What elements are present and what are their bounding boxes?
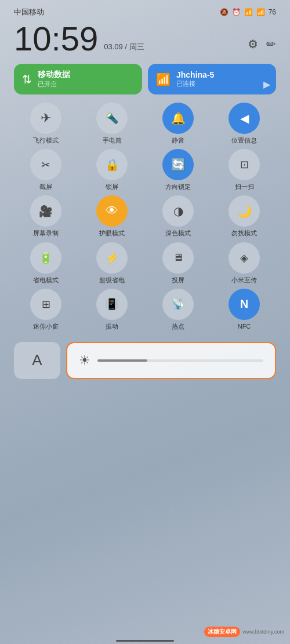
brightness-icon: ☀ [79,353,90,368]
mobile-data-toggle[interactable]: ⇅ 移动数据 已开启 [14,64,142,94]
scan-btn[interactable]: ⊡ [229,149,260,180]
rotation-btn[interactable]: 🔄 [162,149,194,180]
control-silent[interactable]: 🔔 静音 [146,103,210,144]
silent-label: 静音 [172,137,184,144]
wifi-toggle[interactable]: 📶 Jhchina-5 已连接 ▶ [148,64,276,94]
font-size-button[interactable]: A [14,342,60,379]
screenshot-btn[interactable]: ✂ [30,149,61,180]
hotspot-btn[interactable]: 📡 [162,289,194,320]
clock-date: 03.09 / 周三 [104,42,144,52]
powersave-btn[interactable]: 🔋 [30,242,61,274]
wifi-status: 已连接 [176,79,214,88]
screenrecord-label: 屏幕录制 [33,230,59,237]
alarm-icon: ⏰ [232,8,241,16]
xmitransfer-label: 小米互传 [231,276,257,284]
flashlight-btn[interactable]: 🔦 [96,103,128,134]
eyecare-label: 护眼模式 [99,230,125,237]
location-btn[interactable]: ◀ [229,103,260,134]
airplane-label: 飞行模式 [33,137,59,144]
vibrate-label: 振动 [106,323,118,330]
carrier-label: 中国移动 [14,7,44,17]
mobile-data-label: 移动数据 [38,70,70,80]
home-indicator[interactable] [116,640,174,642]
flashlight-label: 手电筒 [103,137,122,144]
clock-row: 10:59 03.09 / 周三 ⚙ ✏ [9,20,281,61]
battery-label: 76 [269,8,276,16]
wifi-arrow-icon: ▶ [263,79,270,90]
control-grid: ✈ 飞行模式 🔦 手电筒 🔔 静音 ◀ 位置信息 ✂ 截屏 🔒 [14,103,276,330]
nfc-btn[interactable]: N [229,289,260,320]
control-powersave[interactable]: 🔋 省电模式 [14,242,78,284]
control-lockscreen[interactable]: 🔒 锁屏 [80,149,144,191]
wifi-icon-toggle: 📶 [156,72,171,86]
quick-toggles-row: ⇅ 移动数据 已开启 📶 Jhchina-5 已连接 ▶ [9,61,281,100]
control-hotspot[interactable]: 📡 热点 [146,289,210,330]
clock-right-icons: ⚙ ✏ [248,37,276,56]
control-xmitransfer[interactable]: ◈ 小米互传 [212,242,276,284]
lockscreen-label: 锁屏 [106,183,118,191]
screenrecord-btn[interactable]: 🎥 [30,195,61,227]
watermark-badge: 冰糖安卓网 [204,627,240,637]
superpowersave-label: 超级省电 [99,276,125,284]
control-flashlight[interactable]: 🔦 手电筒 [80,103,144,144]
donotdisturb-btn[interactable]: 🌙 [229,195,260,227]
font-size-icon: A [32,351,42,369]
silent-btn[interactable]: 🔔 [162,103,194,134]
darkmode-label: 深色模式 [165,230,191,237]
eyecare-btn[interactable]: 👁 [96,195,128,227]
powersave-label: 省电模式 [33,276,59,284]
mute-icon: 🔕 [220,8,229,16]
control-donotdisturb[interactable]: 🌙 勿扰模式 [212,195,276,237]
control-airplane[interactable]: ✈ 飞行模式 [14,103,78,144]
donotdisturb-label: 勿扰模式 [231,230,257,237]
control-cast[interactable]: 🖥 投屏 [146,242,210,284]
mobile-data-status: 已开启 [38,80,70,89]
status-bar: 中国移动 🔕 ⏰ 📶 📶 76 [9,0,281,20]
rotation-label: 方向锁定 [165,183,191,191]
edit-icon[interactable]: ✏ [266,37,276,51]
control-location[interactable]: ◀ 位置信息 [212,103,276,144]
wifi-icon: 📶 [256,8,265,16]
brightness-fill [97,359,147,362]
control-scan[interactable]: ⊡ 扫一扫 [212,149,276,191]
control-vibrate[interactable]: 📳 振动 [80,289,144,330]
control-eyecare[interactable]: 👁 护眼模式 [80,195,144,237]
scan-label: 扫一扫 [235,183,254,191]
control-screenshot[interactable]: ✂ 截屏 [14,149,78,191]
control-superpowersave[interactable]: ⚡ 超级省电 [80,242,144,284]
mobile-data-icon: ⇅ [22,72,32,86]
hotspot-label: 热点 [172,323,184,330]
cast-btn[interactable]: 🖥 [162,242,194,274]
cast-label: 投屏 [172,276,184,284]
watermark-url: www.btxtdmy.com [242,629,284,635]
control-darkmode[interactable]: ◑ 深色模式 [146,195,210,237]
watermark: 冰糖安卓网 www.btxtdmy.com [204,627,284,637]
lockscreen-btn[interactable]: 🔒 [96,149,128,180]
clock-time: 10:59 [14,22,98,56]
airplane-btn[interactable]: ✈ [30,103,61,134]
control-miniwindow[interactable]: ⊞ 迷你小窗 [14,289,78,330]
status-icons: 🔕 ⏰ 📶 📶 76 [220,8,276,16]
wifi-ssid-label: Jhchina-5 [176,70,214,79]
nfc-label: NFC [238,323,251,330]
miniwindow-btn[interactable]: ⊞ [30,289,61,320]
brightness-track[interactable] [97,359,263,362]
miniwindow-label: 迷你小窗 [33,323,59,330]
darkmode-btn[interactable]: ◑ [162,195,194,227]
control-grid-section: ✈ 飞行模式 🔦 手电筒 🔔 静音 ◀ 位置信息 ✂ 截屏 🔒 [9,100,281,336]
screenshot-label: 截屏 [39,183,52,191]
control-rotation[interactable]: 🔄 方向锁定 [146,149,210,191]
superpowersave-btn[interactable]: ⚡ [96,242,128,274]
settings-icon[interactable]: ⚙ [248,37,258,51]
control-screenrecord[interactable]: 🎥 屏幕录制 [14,195,78,237]
control-nfc[interactable]: N NFC [212,289,276,330]
location-label: 位置信息 [231,137,257,144]
bottom-row: A ☀ [9,336,281,383]
brightness-slider[interactable]: ☀ [66,342,276,379]
vibrate-btn[interactable]: 📳 [96,289,128,320]
signal-icon: 📶 [244,8,253,16]
xmitransfer-btn[interactable]: ◈ [229,242,260,274]
